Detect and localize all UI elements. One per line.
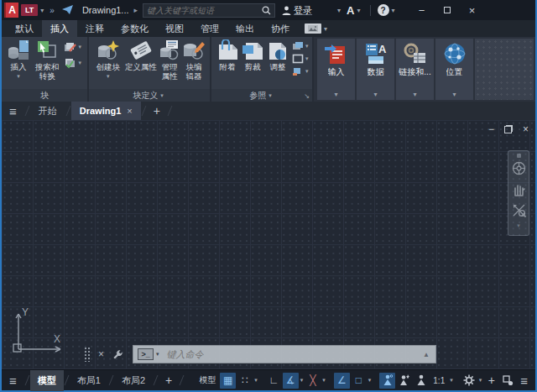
quick-access-expand-icon[interactable]: » xyxy=(50,6,54,15)
isolate-objects-button[interactable] xyxy=(500,373,516,389)
adjust-button[interactable]: 调整 xyxy=(266,39,289,89)
object-snap-tracking-toggle[interactable]: ╳ xyxy=(305,373,321,389)
minimize-button[interactable]: − xyxy=(409,0,435,20)
chevron-down-icon[interactable]: ▾ xyxy=(517,222,520,229)
new-layout-button[interactable]: + xyxy=(159,374,179,387)
command-line-palette[interactable]: × >_ ▾ ▲ xyxy=(84,344,436,364)
tab-model[interactable]: 模型 xyxy=(30,370,64,391)
customization-menu-icon[interactable]: ≡ xyxy=(517,374,531,388)
help-search-box[interactable] xyxy=(143,3,275,18)
maximize-button[interactable] xyxy=(435,0,460,20)
chevron-down-icon[interactable]: ▾ xyxy=(156,351,159,358)
chevron-down-icon[interactable]: ▾ xyxy=(392,7,395,14)
tab-parametric[interactable]: 参数化 xyxy=(112,20,157,37)
tab-layout1[interactable]: 布局1 xyxy=(70,370,108,391)
share-icon[interactable] xyxy=(62,5,74,15)
tab-layout2[interactable]: 布局2 xyxy=(114,370,153,391)
navigation-wheel-icon[interactable] xyxy=(512,161,526,175)
frames-button[interactable]: ▾ xyxy=(292,54,311,64)
chevron-down-icon[interactable]: ▾ xyxy=(337,7,341,14)
command-input-field[interactable]: >_ ▾ ▲ xyxy=(133,345,436,363)
snap-to-underlay-button[interactable]: ▾ xyxy=(292,66,311,76)
chevron-down-icon[interactable]: ▾ xyxy=(78,44,81,50)
sync-attributes-button[interactable]: ▾ xyxy=(64,57,84,69)
ribbon-image-button[interactable]: ▾ xyxy=(305,24,330,34)
chevron-down-icon[interactable]: ▾ xyxy=(305,43,309,50)
pan-hand-icon[interactable] xyxy=(512,182,525,196)
edit-attribute-button[interactable]: ▾ xyxy=(64,41,84,53)
create-block-button[interactable]: 创建块 ▾ xyxy=(93,39,123,89)
drawing-restore-button[interactable] xyxy=(504,125,513,133)
insert-block-button[interactable]: 插入 ▾ xyxy=(6,39,31,89)
annotation-scale-button[interactable]: 1:1 xyxy=(430,373,448,389)
chevron-down-icon[interactable]: ▾ xyxy=(253,377,258,384)
command-history-up-icon[interactable]: ▲ xyxy=(423,351,430,358)
chevron-down-icon[interactable]: ▾ xyxy=(40,7,44,14)
chevron-down-icon[interactable]: ▾ xyxy=(78,60,81,66)
new-drawing-button[interactable]: + xyxy=(147,104,167,118)
model-space-toggle[interactable]: 模型 xyxy=(196,373,219,389)
tab-start[interactable]: 开始 xyxy=(30,102,65,120)
panel-block-title[interactable]: 块 xyxy=(2,89,87,102)
panel-reference-title[interactable]: 参照 ▾ ↘ xyxy=(211,89,312,102)
command-grip-handle[interactable] xyxy=(84,347,91,362)
clip-button[interactable]: 剪裁 xyxy=(241,39,264,89)
import-panel-button[interactable]: 输入 ▾ xyxy=(317,39,355,100)
workspace-switch-button[interactable] xyxy=(461,373,477,389)
tab-manage[interactable]: 管理 xyxy=(192,20,227,37)
block-editor-button[interactable]: 块编辑器 xyxy=(182,39,206,89)
tab-collaborate[interactable]: 协作 xyxy=(263,20,298,37)
command-customize-wrench-icon[interactable] xyxy=(112,349,123,360)
layout-menu-icon[interactable]: ≡ xyxy=(2,374,24,388)
command-input[interactable] xyxy=(167,349,424,359)
2d-object-snap-toggle[interactable]: □ xyxy=(351,373,367,389)
attach-button[interactable]: 附着 xyxy=(216,39,239,89)
search-convert-button[interactable]: 搜索和转换 xyxy=(33,39,62,89)
annotation-all-visible-toggle[interactable] xyxy=(413,373,429,389)
close-tab-icon[interactable]: × xyxy=(127,106,132,116)
tab-default[interactable]: 默认 xyxy=(7,20,42,37)
navigation-bar[interactable]: ▾ xyxy=(508,150,529,236)
snap-toggle[interactable]: ∷ xyxy=(237,373,253,389)
file-tabs-menu-icon[interactable]: ≡ xyxy=(2,104,24,118)
navbar-grip[interactable] xyxy=(517,154,521,158)
help-button[interactable]: ? ▾ xyxy=(378,4,398,16)
define-attributes-button[interactable]: 定义属性 xyxy=(124,39,157,89)
chevron-down-icon[interactable]: ▾ xyxy=(305,68,309,75)
chevron-down-icon[interactable]: ▾ xyxy=(478,377,483,384)
autodesk-app-button[interactable]: A ▾ xyxy=(347,4,362,17)
ortho-toggle[interactable]: ∟ xyxy=(266,373,282,389)
search-icon[interactable] xyxy=(262,6,271,15)
command-close-icon[interactable]: × xyxy=(98,348,104,360)
autocad-logo-icon[interactable]: A xyxy=(4,3,18,18)
close-button[interactable]: × xyxy=(460,0,485,20)
data-panel-button[interactable]: A 数据 ▾ xyxy=(357,39,394,100)
panel-block-definition-title[interactable]: 块定义 ▾ xyxy=(89,89,210,102)
chevron-down-icon[interactable]: ▾ xyxy=(300,377,305,384)
chevron-down-icon[interactable]: ▾ xyxy=(368,377,373,384)
drawing-minimize-button[interactable]: − xyxy=(488,123,494,135)
chevron-down-icon[interactable]: ▾ xyxy=(449,377,454,384)
location-panel-button[interactable]: 位置 ▾ xyxy=(435,39,473,100)
command-prompt-icon[interactable]: >_ xyxy=(138,348,154,360)
chevron-down-icon[interactable]: ▾ xyxy=(305,55,309,62)
customize-plus-button[interactable]: + xyxy=(483,373,499,389)
underlay-layers-button[interactable]: ▾ xyxy=(292,41,311,51)
chevron-down-icon[interactable]: ▾ xyxy=(321,377,326,384)
manage-attributes-button[interactable]: 管理属性 xyxy=(159,39,180,89)
dialog-launcher-icon[interactable]: ↘ xyxy=(304,92,310,100)
polar-tracking-toggle[interactable]: ∡ xyxy=(283,373,299,389)
zoom-extents-icon[interactable] xyxy=(512,203,526,217)
chevron-down-icon[interactable]: ▾ xyxy=(17,72,20,81)
link-extract-panel-button[interactable]: 链接和... ▾ xyxy=(396,39,434,100)
drawing-close-button[interactable]: × xyxy=(523,123,529,135)
object-snap-toggle[interactable]: ∠ xyxy=(334,373,350,389)
tab-view[interactable]: 视图 xyxy=(157,20,192,37)
sign-in-button[interactable]: 登录 xyxy=(282,4,312,17)
annotation-visibility-toggle[interactable] xyxy=(379,373,395,389)
chevron-down-icon[interactable]: ▾ xyxy=(357,7,360,14)
tab-insert[interactable]: 插入 xyxy=(42,20,77,37)
drawing-canvas[interactable]: − × ▾ xyxy=(2,120,535,369)
tab-drawing1[interactable]: Drawing1 × xyxy=(71,102,141,120)
tab-annotate[interactable]: 注释 xyxy=(77,20,112,37)
